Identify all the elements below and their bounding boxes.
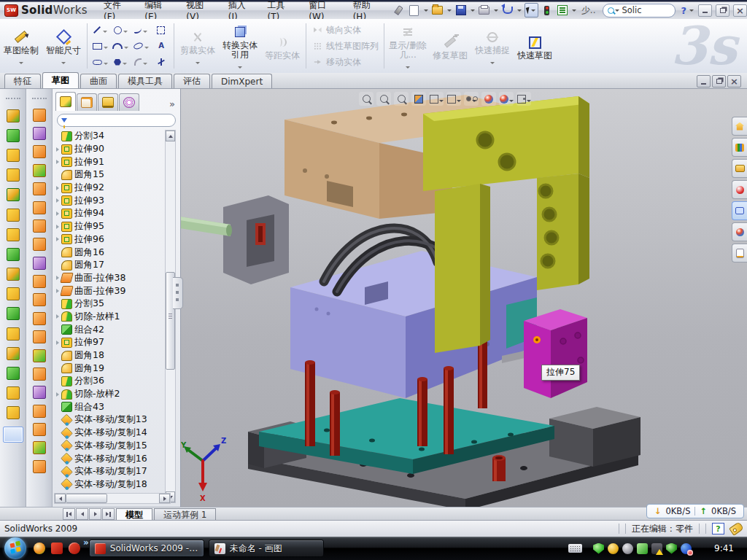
swept-surface-icon[interactable] xyxy=(33,145,46,158)
performance-lights-icon[interactable] xyxy=(541,4,554,17)
solidworks-search-icon[interactable] xyxy=(732,180,747,199)
expand-arrow-icon[interactable] xyxy=(56,211,59,216)
ribbon-button[interactable]: 线性草图阵列 xyxy=(309,39,382,53)
feature-tree-item[interactable]: 曲面-拉伸39 xyxy=(55,284,163,298)
command-tab[interactable]: 特征 xyxy=(4,74,41,88)
network-warning-icon[interactable] xyxy=(666,543,677,554)
tree-horizontal-scrollbar[interactable] xyxy=(54,493,171,504)
quick-launch-chevron-icon[interactable]: » xyxy=(83,537,89,548)
doc-minimize-button[interactable] xyxy=(697,75,711,88)
extend-surface-icon[interactable] xyxy=(33,275,46,288)
reference-point-icon[interactable] xyxy=(7,347,20,360)
feature-tree-item[interactable]: 拉伸91 xyxy=(55,155,163,168)
dropdown-arrow-icon[interactable] xyxy=(472,94,476,104)
task-list-button[interactable] xyxy=(556,4,569,17)
ribbon-button[interactable]: 剪裁实体 xyxy=(177,26,219,67)
graphics-viewport[interactable]: Y Z X xyxy=(181,89,747,507)
task-list-dropdown-icon[interactable] xyxy=(572,9,576,12)
dropdown-arrow-icon[interactable] xyxy=(123,57,127,67)
reference-geometry-icon[interactable] xyxy=(33,441,46,454)
reference-axis-icon[interactable] xyxy=(7,386,20,400)
feature-tree-item[interactable]: 拉伸92 xyxy=(55,182,163,195)
appearances-scenes-icon[interactable] xyxy=(732,222,747,241)
document-tab[interactable]: 模型 xyxy=(116,508,152,521)
volume-icon[interactable] xyxy=(637,543,648,554)
panel-expand-chevron-icon[interactable]: » xyxy=(166,98,179,111)
feature-tree-item[interactable]: 分割35 xyxy=(55,298,163,311)
display-style-icon[interactable] xyxy=(446,92,461,106)
chamfer-icon[interactable] xyxy=(7,168,20,182)
ribbon-button[interactable]: 转换实体引用 xyxy=(219,20,261,71)
taskbar-window-button[interactable]: SolidWorks 2009 - ... xyxy=(89,540,204,557)
ribbon-button[interactable]: 快速草图 xyxy=(514,31,556,61)
custom-properties-icon[interactable] xyxy=(732,244,747,262)
knit-surface-icon[interactable] xyxy=(33,257,46,270)
feature-tree-item[interactable]: 组合43 xyxy=(55,400,163,413)
open-dropdown-icon[interactable] xyxy=(447,9,452,12)
fillet-icon[interactable] xyxy=(7,149,20,162)
feature-tree-item[interactable]: 分割34 xyxy=(55,130,163,143)
expand-arrow-icon[interactable] xyxy=(56,314,59,319)
tab-property-manager[interactable] xyxy=(77,93,97,111)
red-pin-small[interactable] xyxy=(492,455,506,481)
doc-close-button[interactable] xyxy=(727,75,741,88)
zoom-to-area-icon[interactable] xyxy=(376,92,391,106)
network-meter-widget[interactable]: ↓ 0KB/S ↑ 0KB/S xyxy=(646,504,744,518)
filled-surface-icon[interactable] xyxy=(33,238,46,251)
feature-tree-item[interactable]: 拉伸94 xyxy=(55,207,163,220)
dropdown-arrow-icon[interactable] xyxy=(527,94,531,104)
feature-tree-item[interactable]: 实体-移动/复制15 xyxy=(55,440,163,453)
feature-tree-item[interactable]: 组合42 xyxy=(55,323,163,336)
next-tab-button[interactable] xyxy=(89,508,101,520)
ruled-surface-icon[interactable] xyxy=(33,386,46,399)
save-button[interactable] xyxy=(454,4,468,17)
ribbon-button[interactable]: 镜向实体 xyxy=(309,23,382,37)
minimize-button[interactable] xyxy=(698,4,712,17)
new-document-button[interactable] xyxy=(408,4,421,17)
open-button[interactable] xyxy=(431,4,444,17)
undo-button[interactable] xyxy=(501,4,514,17)
feature-tree-item[interactable]: 切除-放样2 xyxy=(55,388,163,401)
extruded-surface-icon[interactable] xyxy=(33,109,46,122)
magenta-block[interactable] xyxy=(524,309,587,398)
security-alert-icon[interactable] xyxy=(593,543,604,554)
previous-tab-button[interactable] xyxy=(76,508,88,520)
spline-tool-icon[interactable] xyxy=(33,460,46,473)
close-button[interactable] xyxy=(733,4,747,17)
tab-configuration-manager[interactable] xyxy=(98,93,118,111)
feature-tree-item[interactable]: 实体-移动/复制18 xyxy=(55,478,163,491)
feature-tree-item[interactable]: 实体-移动/复制13 xyxy=(55,413,163,427)
dropdown-arrow-icon[interactable] xyxy=(123,25,128,35)
split-line-icon[interactable] xyxy=(7,287,20,300)
pick-region-icon[interactable] xyxy=(151,22,171,38)
reference-plane-icon[interactable] xyxy=(7,367,20,380)
edit-appearance-icon[interactable] xyxy=(481,92,496,106)
pin-icon[interactable] xyxy=(392,4,406,17)
dropdown-arrow-icon[interactable] xyxy=(509,94,514,104)
ribbon-button[interactable]: 移动实体 xyxy=(309,55,382,69)
help-button[interactable]: ? xyxy=(681,5,686,16)
scroll-left-button[interactable] xyxy=(55,494,66,503)
view-orientation-icon[interactable] xyxy=(429,92,444,106)
feature-tree-item[interactable]: 圆角16 xyxy=(55,246,163,259)
search-input[interactable] xyxy=(620,4,661,16)
feature-tree-item[interactable]: 圆角19 xyxy=(55,362,163,375)
ellipse-icon[interactable] xyxy=(131,38,151,54)
expand-arrow-icon[interactable] xyxy=(56,186,59,190)
thicken-icon[interactable] xyxy=(33,368,46,381)
tree-vertical-scrollbar[interactable] xyxy=(165,130,176,503)
freeform-icon[interactable] xyxy=(33,423,46,436)
start-button[interactable] xyxy=(4,537,26,559)
taskbar-clock[interactable]: 9:41 xyxy=(714,543,734,553)
wrap-icon[interactable] xyxy=(7,228,20,241)
sketch-text-icon[interactable]: A xyxy=(151,38,171,54)
sync-device-icon[interactable] xyxy=(651,543,662,554)
apply-scene-icon[interactable] xyxy=(499,92,514,106)
lofted-surface-icon[interactable] xyxy=(33,164,46,177)
panel-splitter-handle[interactable] xyxy=(173,277,183,309)
search-dropdown-icon[interactable] xyxy=(615,9,619,12)
keyboard-layout-icon[interactable] xyxy=(568,544,582,553)
rectangle-icon[interactable] xyxy=(90,38,110,54)
print-dropdown-icon[interactable] xyxy=(494,9,498,12)
ribbon-button[interactable]: 等距实体 xyxy=(261,31,303,61)
